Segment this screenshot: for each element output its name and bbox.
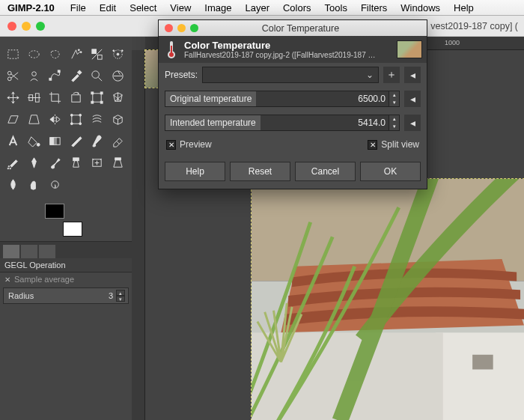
original-temperature-label: Original temperature	[165, 91, 256, 106]
menu-file[interactable]: File	[64, 2, 93, 13]
crop-icon[interactable]	[45, 88, 65, 108]
dialog-titlebar[interactable]: Color Temperature	[159, 20, 427, 36]
bucket-fill-icon[interactable]	[24, 131, 44, 151]
free-select-icon[interactable]	[45, 44, 65, 64]
intended-temperature-row: Intended temperature 5414.0 ▴▾ ◂	[159, 111, 427, 135]
original-temperature-slider[interactable]: Original temperature 6500.0 ▴▾	[165, 91, 400, 107]
color-picker-icon[interactable]	[66, 66, 86, 86]
scissors-select-icon[interactable]	[108, 44, 128, 64]
svg-point-9	[121, 50, 123, 52]
mypaint-icon[interactable]	[45, 153, 65, 173]
original-temperature-value[interactable]: 6500.0	[355, 91, 389, 106]
airbrush-icon[interactable]	[3, 153, 23, 173]
text-icon[interactable]	[3, 131, 23, 151]
sample-average-label: Sample average	[14, 275, 74, 284]
original-temperature-stepper[interactable]: ▴▾	[389, 91, 399, 106]
ellipse-select-icon[interactable]	[24, 44, 44, 64]
bg-color-swatch[interactable]	[63, 222, 82, 237]
svg-rect-13	[49, 78, 52, 80]
zoom-icon[interactable]	[87, 66, 107, 86]
device-status-tab[interactable]	[21, 245, 37, 258]
cage-icon[interactable]	[108, 88, 128, 108]
zoom-button[interactable]	[36, 22, 45, 31]
menu-help[interactable]: Help	[447, 2, 481, 13]
svg-rect-25	[100, 101, 103, 103]
ink-icon[interactable]	[24, 153, 44, 173]
svg-point-12	[32, 72, 37, 76]
menu-edit[interactable]: Edit	[93, 2, 123, 13]
images-tab[interactable]	[39, 245, 55, 258]
rect-select-icon[interactable]	[3, 44, 23, 64]
splitview-label: Split view	[381, 139, 419, 150]
reset-button[interactable]: Reset	[230, 162, 290, 181]
pencil-icon[interactable]	[66, 131, 86, 151]
preview-checkbox[interactable]: ✕	[166, 140, 176, 150]
intended-temperature-value[interactable]: 5414.0	[355, 115, 389, 130]
menu-view[interactable]: View	[163, 2, 198, 13]
minimize-button[interactable]	[22, 22, 31, 31]
intended-temperature-label: Intended temperature	[165, 115, 261, 130]
menu-colors[interactable]: Colors	[276, 2, 318, 13]
eraser-icon[interactable]	[108, 131, 128, 151]
close-icon[interactable]: ✕	[4, 276, 10, 284]
close-button[interactable]	[7, 22, 16, 31]
intended-temperature-slider[interactable]: Intended temperature 5414.0 ▴▾	[165, 115, 400, 131]
handle-transform-icon[interactable]	[66, 109, 86, 130]
dialog-zoom-button[interactable]	[190, 24, 198, 32]
menu-layer[interactable]: Layer	[238, 2, 276, 13]
help-button[interactable]: Help	[165, 162, 225, 181]
3d-transform-icon[interactable]	[108, 109, 128, 130]
add-preset-button[interactable]: ＋	[383, 67, 400, 83]
perspective-icon[interactable]	[24, 109, 44, 130]
splitview-checkbox[interactable]: ✕	[368, 140, 377, 150]
clone-icon[interactable]	[66, 153, 86, 173]
paintbrush-icon[interactable]	[87, 131, 107, 151]
dodge-icon[interactable]	[45, 174, 65, 195]
menu-windows[interactable]: Windows	[394, 2, 447, 13]
scissors-icon[interactable]	[3, 66, 23, 86]
presets-dropdown[interactable]: ⌄	[202, 67, 379, 83]
intended-temperature-stepper[interactable]: ▴▾	[389, 115, 399, 130]
menu-tools[interactable]: Tools	[318, 2, 354, 13]
flip-icon[interactable]	[45, 109, 65, 130]
intended-reset-button[interactable]: ◂	[404, 115, 421, 131]
rotate-icon[interactable]	[66, 88, 86, 108]
svg-point-3	[80, 52, 82, 53]
fg-bg-swatch[interactable]	[45, 204, 82, 237]
sample-average-row[interactable]: ✕ Sample average	[0, 273, 132, 286]
blur-icon[interactable]	[3, 174, 23, 195]
dialog-close-button[interactable]	[165, 24, 173, 32]
svg-rect-20	[72, 95, 80, 103]
radius-stepper[interactable]: ▴▾	[116, 290, 125, 302]
fg-color-swatch[interactable]	[45, 204, 64, 219]
tool-options-tab[interactable]	[3, 245, 19, 258]
svg-rect-50	[171, 46, 172, 53]
measure-icon[interactable]	[108, 66, 128, 86]
paths-icon[interactable]	[45, 66, 65, 86]
foreground-select-icon[interactable]	[24, 66, 44, 86]
preset-menu-button[interactable]: ◂	[404, 67, 421, 83]
move-icon[interactable]	[3, 88, 23, 108]
ok-button[interactable]: OK	[360, 162, 421, 181]
radius-row[interactable]: Radius 3 ▴▾	[3, 287, 129, 304]
perspective-clone-icon[interactable]	[108, 153, 128, 173]
unified-transform-icon[interactable]	[87, 88, 107, 108]
align-icon[interactable]	[24, 88, 44, 108]
menu-filters[interactable]: Filters	[354, 2, 394, 13]
menu-select[interactable]: Select	[123, 2, 163, 13]
svg-rect-34	[54, 138, 57, 145]
fuzzy-select-icon[interactable]	[66, 44, 86, 64]
shear-icon[interactable]	[3, 109, 23, 130]
gradient-icon[interactable]	[45, 131, 65, 151]
warp-icon[interactable]	[87, 109, 107, 130]
original-reset-button[interactable]: ◂	[404, 91, 421, 107]
smudge-icon[interactable]	[24, 174, 44, 195]
image-canvas[interactable]	[252, 179, 524, 420]
menu-image[interactable]: Image	[198, 2, 238, 13]
svg-point-27	[70, 114, 73, 116]
dialog-minimize-button[interactable]	[177, 24, 186, 32]
dialog-image-thumbnail[interactable]	[397, 40, 422, 58]
heal-icon[interactable]	[87, 153, 107, 173]
cancel-button[interactable]: Cancel	[295, 162, 356, 181]
by-color-select-icon[interactable]	[87, 44, 107, 64]
